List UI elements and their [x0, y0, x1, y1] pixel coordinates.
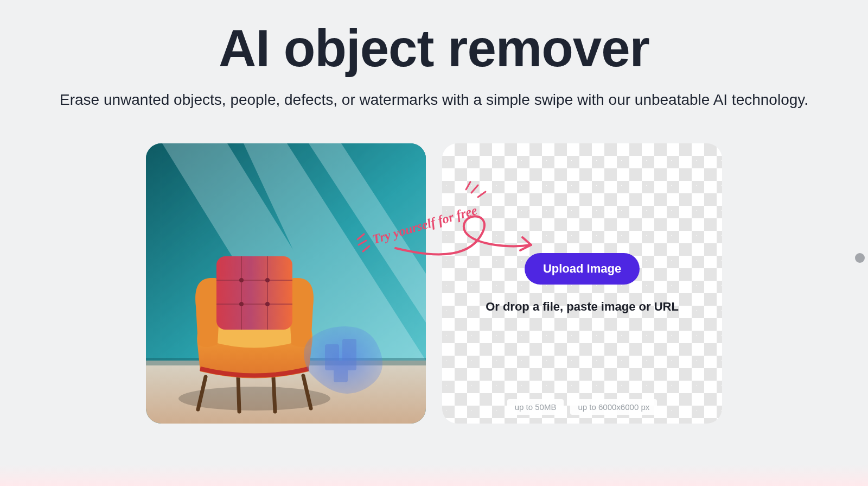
upload-dropzone[interactable]: Upload Image Or drop a file, paste image…: [442, 143, 722, 424]
page-title: AI object remover: [219, 18, 649, 78]
carousel-dot[interactable]: [855, 253, 865, 263]
upload-limits: up to 50MB up to 6000x6000 px: [442, 399, 722, 415]
svg-point-17: [265, 278, 270, 282]
demo-room-illustration: [146, 143, 426, 424]
svg-point-18: [239, 302, 244, 306]
svg-line-9: [273, 378, 275, 412]
svg-rect-11: [216, 256, 292, 330]
svg-line-8: [238, 378, 239, 412]
upload-image-button[interactable]: Upload Image: [525, 253, 640, 285]
svg-rect-22: [334, 361, 348, 382]
demo-and-upload-row: Try yourself for free Upload Image Or dr…: [146, 143, 722, 424]
limit-size-chip: up to 50MB: [507, 399, 564, 415]
drop-hint-text: Or drop a file, paste image or URL: [486, 300, 679, 314]
svg-point-19: [265, 302, 270, 306]
demo-image-panel: [146, 143, 426, 424]
footer-fade: [0, 464, 868, 486]
svg-point-16: [239, 278, 244, 282]
limit-dims-chip: up to 6000x6000 px: [570, 399, 657, 415]
page-subtitle: Erase unwanted objects, people, defects,…: [60, 91, 808, 109]
